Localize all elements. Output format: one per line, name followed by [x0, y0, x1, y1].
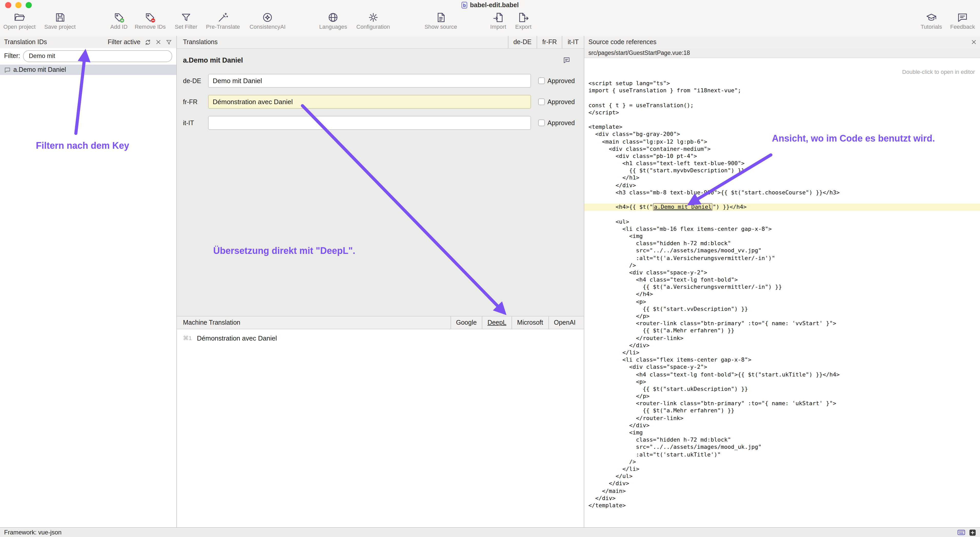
babeledit-window: b babel-edit.babel Open project Save pro…: [0, 0, 980, 537]
tab-fr-FR[interactable]: fr-FR: [537, 36, 562, 48]
toolbar-label: Add ID: [110, 24, 127, 30]
entry-header: a.Demo mit Daniel: [183, 56, 571, 64]
approved-label: Approved: [547, 77, 575, 84]
remove-ids-icon: [145, 12, 156, 23]
code-line: <script setup lang="ts">: [584, 80, 980, 87]
code-line: <img: [584, 429, 980, 437]
approved-control: Approved: [538, 77, 575, 84]
code-line: {{ $t("start.myvbvDescription") }}: [584, 167, 980, 175]
toolbar-label: ConsistencyAI: [250, 24, 286, 30]
code-line: </p>: [584, 393, 980, 400]
code-line: />: [584, 262, 980, 269]
pre-translate-button[interactable]: Pre-Translate: [206, 12, 240, 30]
translation-id-icon: [4, 67, 11, 73]
clear-filter-icon[interactable]: [155, 39, 161, 45]
code-line: {{ $t("start.vvDescription") }}: [584, 306, 980, 313]
translation-input-it[interactable]: [208, 116, 531, 130]
keyboard-shortcuts-icon[interactable]: [958, 529, 965, 535]
entry-comment-icon[interactable]: [563, 56, 571, 64]
feedback-button[interactable]: Feedback: [950, 12, 975, 30]
tab-de-DE[interactable]: de-DE: [508, 36, 537, 48]
close-panel-button[interactable]: [971, 39, 977, 45]
panel-title: Source code references: [584, 38, 656, 46]
code-line: [584, 116, 980, 124]
consistency-ai-button[interactable]: ConsistencyAI: [250, 12, 286, 30]
focus-mode-icon[interactable]: [969, 529, 976, 536]
window-title: babel-edit.babel: [470, 2, 519, 9]
language-tabs: de-DE fr-FR it-IT: [508, 36, 584, 48]
panel-title: Translation IDs: [0, 38, 47, 46]
code-line: {{ $t("a.Mehr erfahren") }}: [584, 408, 980, 415]
tutorials-button[interactable]: Tutorials: [921, 12, 942, 30]
code-line: </template>: [584, 502, 980, 509]
filter-input[interactable]: [23, 50, 172, 62]
code-line: </div>: [584, 182, 980, 189]
wand-icon: [217, 12, 229, 23]
app-icon: b: [461, 2, 468, 9]
filter-label: Filter:: [4, 52, 20, 59]
set-filter-button[interactable]: Set Filter: [175, 12, 197, 30]
code-line: <img: [584, 233, 980, 240]
export-button[interactable]: Export: [515, 12, 531, 30]
remove-ids-button[interactable]: Remove IDs: [135, 12, 165, 30]
provider-google[interactable]: Google: [450, 317, 482, 329]
approved-checkbox-de[interactable]: [538, 77, 545, 84]
translation-id-label: a.Demo mit Daniel: [13, 66, 66, 73]
code-line: <h3 class="mb-8 text-blue-900">{{ $t("st…: [584, 189, 980, 196]
toolbar-label: Show source: [425, 24, 457, 30]
approved-label: Approved: [547, 119, 575, 126]
entry-key-title: a.Demo mit Daniel: [183, 56, 243, 64]
gear-icon: [368, 12, 379, 23]
add-id-button[interactable]: Add ID: [110, 12, 127, 30]
status-bar: Framework: vue-json: [0, 527, 980, 537]
import-button[interactable]: Import: [490, 12, 506, 30]
code-line: :alt="t('start.ukTitle')": [584, 451, 980, 458]
save-icon: [54, 12, 65, 23]
filter-funnel-icon[interactable]: [165, 39, 172, 45]
provider-deepl[interactable]: DeepL: [482, 317, 512, 329]
translation-input-de[interactable]: [208, 74, 531, 88]
annotation-source-note: Ansicht, wo im Code es benutzt wird.: [772, 133, 935, 144]
show-source-button[interactable]: Show source: [425, 12, 457, 30]
approved-checkbox-fr[interactable]: [538, 99, 545, 105]
toolbar-label: Tutorials: [921, 24, 942, 30]
code-line: :alt="t('a.Versicherungsvermittler/-in')…: [584, 255, 980, 262]
translations-panel: Translations de-DE fr-FR it-IT a.Demo mi…: [177, 36, 584, 527]
code-line: </h4>: [584, 291, 980, 298]
machine-translation-header: Machine Translation Google DeepL Microso…: [177, 316, 584, 329]
highlighted-translation-key[interactable]: a.Demo mit Daniel: [653, 203, 713, 211]
source-file-reference[interactable]: src/pages/start/GuestStartPage.vue:18: [584, 48, 980, 58]
open-project-button[interactable]: Open project: [3, 12, 36, 30]
translation-id-list-item[interactable]: a.Demo mit Daniel: [0, 65, 176, 75]
code-lines[interactable]: <script setup lang="ts">import { useTran…: [584, 80, 980, 527]
mt-suggestion-row[interactable]: ⌘1 Démonstration avec Daniel: [177, 329, 584, 342]
languages-button[interactable]: Languages: [319, 12, 347, 30]
toolbar-label: Import: [490, 24, 506, 30]
code-line: <h4 class="text-lg font-bold">: [584, 276, 980, 284]
code-line: </ul>: [584, 473, 980, 480]
toolbar-label: Languages: [319, 24, 347, 30]
code-line: <template>: [584, 124, 980, 131]
refresh-icon[interactable]: [145, 39, 151, 45]
code-line: </li>: [584, 349, 980, 357]
save-project-button[interactable]: Save project: [45, 12, 76, 30]
code-line: <li class="flex items-center gap-x-8">: [584, 357, 980, 363]
code-line: {{ $t("a.Versicherungsvermittler/-in") }…: [584, 284, 980, 291]
provider-microsoft[interactable]: Microsoft: [512, 317, 548, 329]
translation-input-fr[interactable]: [208, 95, 531, 109]
code-line: </script>: [584, 109, 980, 116]
code-line: import { useTranslation } from "i18next-…: [584, 87, 980, 94]
tab-it-IT[interactable]: it-IT: [562, 36, 584, 48]
provider-openai[interactable]: OpenAI: [548, 317, 581, 329]
code-line: <h1 class="text-left text-blue-900">: [584, 160, 980, 167]
translations-header: Translations de-DE fr-FR it-IT: [177, 36, 584, 49]
code-line: <div class="pb-10 pt-4">: [584, 153, 980, 160]
code-line: <p>: [584, 378, 980, 386]
code-line: [584, 196, 980, 204]
mt-suggestion-text: Démonstration avec Daniel: [197, 335, 277, 342]
code-line: </h1>: [584, 175, 980, 182]
configuration-button[interactable]: Configuration: [356, 12, 390, 30]
approved-label: Approved: [547, 98, 575, 105]
approved-checkbox-it[interactable]: [538, 120, 545, 126]
approved-control: Approved: [538, 119, 575, 126]
